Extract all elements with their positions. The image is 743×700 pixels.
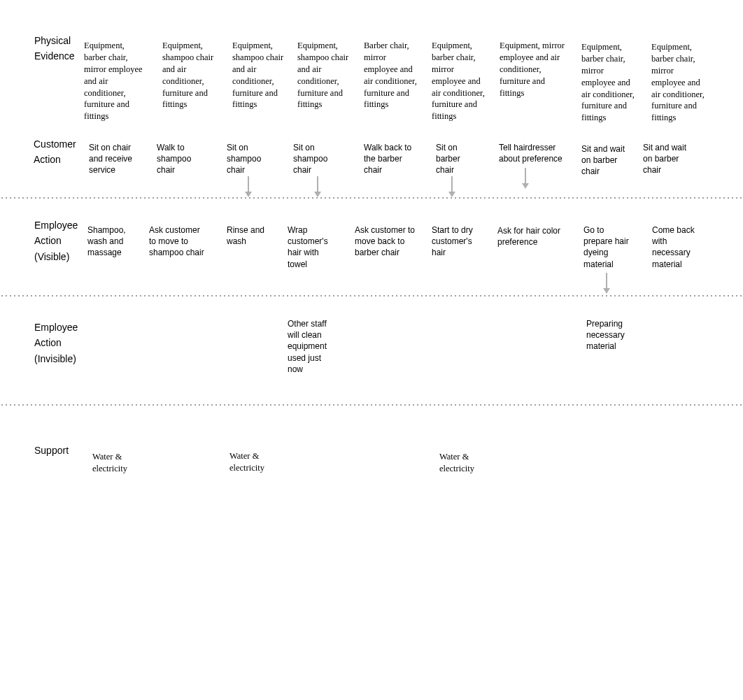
ca-box-2: Sit on shampoo chair — [225, 139, 274, 179]
visibility-line-divider — [0, 294, 743, 298]
arrow-down-icon — [522, 168, 529, 190]
ca-box-6: Tell hairdresser about preference — [497, 139, 567, 167]
ev-box-0: Shampoo, wash and massage — [86, 222, 135, 262]
pe-box-5: Equipment, barber chair, mirror employee… — [430, 37, 488, 125]
ca-box-5: Sit on barber chair — [434, 139, 473, 179]
pe-box-7: Equipment, barber chair, mirror employee… — [580, 38, 639, 127]
row-label-customer-action: Customer Action — [34, 136, 79, 168]
pe-box-1: Equipment, shampoo chair and air conditi… — [161, 37, 217, 113]
pe-box-8: Equipment, barber chair, mirror employee… — [650, 38, 709, 127]
support-box-0: Water & electricity — [91, 448, 140, 478]
support-box-2: Water & electricity — [228, 448, 277, 477]
pe-box-6: Equipment, mirror employee and air condi… — [498, 37, 568, 101]
arrow-down-icon — [314, 176, 321, 199]
pe-box-2: Equipment, shampoo chair and air conditi… — [231, 37, 287, 113]
ca-box-7: Sit and wait on barber chair — [580, 141, 632, 180]
pe-box-4: Barber chair, mirror employee and air co… — [362, 37, 420, 113]
internal-line-divider — [0, 403, 743, 407]
row-label-employee-visible: Employee Action (Visible) — [34, 217, 80, 264]
ev-box-5: Start to dry customer's hair — [430, 222, 481, 262]
row-label-physical-evidence: Physical Evidence — [34, 33, 76, 64]
ev-box-8: Come back with necessary material — [651, 222, 700, 273]
arrow-down-icon — [603, 273, 610, 295]
ev-box-1: Ask customer to move to shampoo chair — [148, 222, 211, 262]
ev-box-6: Ask for hair color preference — [496, 222, 566, 250]
ca-box-3: Sit on shampoo chair — [292, 139, 341, 179]
ev-box-2: Rinse and wash — [225, 222, 273, 250]
ei-box-3: Other staff will clean equipment used ju… — [286, 315, 337, 378]
ev-box-3: Wrap customer's hair with towel — [286, 222, 339, 273]
support-box-5: Water & electricity — [438, 448, 487, 478]
ca-box-4: Walk back to the barber chair — [362, 139, 418, 179]
ei-box-7: Preparing necessary material — [585, 315, 632, 355]
ca-box-8: Sit and wait on barber chair — [642, 139, 694, 179]
interaction-line-divider — [0, 196, 743, 200]
row-label-employee-invisible: Employee Action (Invisible) — [34, 320, 87, 366]
arrow-down-icon — [245, 176, 252, 199]
row-label-support: Support — [34, 443, 76, 458]
ca-box-1: Walk to shampoo chair — [155, 139, 203, 179]
arrow-down-icon — [448, 176, 455, 199]
ev-box-7: Go to prepare hair dyeing material — [582, 222, 637, 273]
ca-box-0: Sit on chair and receive service — [87, 139, 140, 179]
pe-box-0: Equipment, barber chair, mirror employee… — [83, 37, 146, 125]
pe-box-3: Equipment, shampoo chair and air conditi… — [296, 37, 352, 113]
ev-box-4: Ask customer to move back to barber chai… — [353, 222, 418, 262]
